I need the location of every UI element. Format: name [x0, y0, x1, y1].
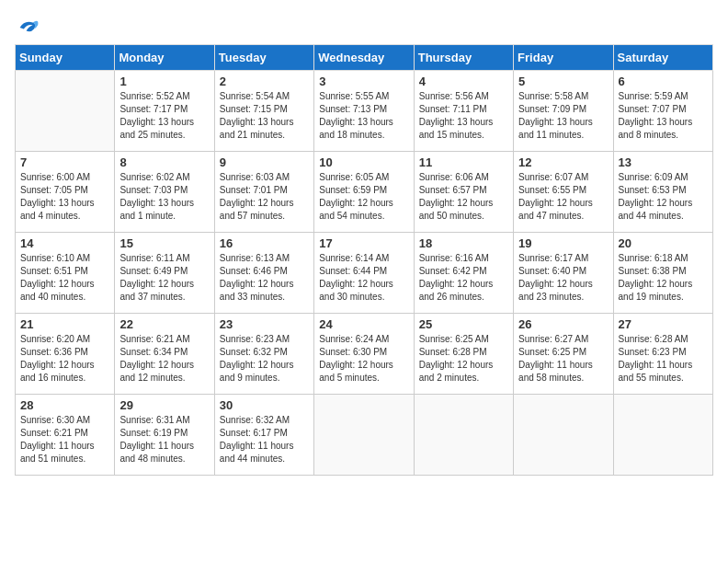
day-info: Sunrise: 6:21 AM Sunset: 6:34 PM Dayligh… — [119, 333, 209, 385]
day-info: Sunrise: 6:30 AM Sunset: 6:21 PM Dayligh… — [20, 414, 109, 465]
day-number: 1 — [119, 75, 209, 88]
day-number: 13 — [619, 155, 708, 169]
calendar-cell: 2Sunrise: 5:54 AM Sunset: 7:15 PM Daylig… — [214, 71, 313, 152]
weekday-header-tuesday: Tuesday — [214, 45, 313, 71]
calendar-cell: 16Sunrise: 6:13 AM Sunset: 6:46 PM Dayli… — [214, 233, 313, 314]
calendar-cell: 28Sunrise: 6:30 AM Sunset: 6:21 PM Dayli… — [16, 395, 115, 476]
day-info: Sunrise: 6:00 AM Sunset: 7:05 PM Dayligh… — [20, 171, 109, 223]
day-number: 16 — [220, 236, 309, 250]
day-info: Sunrise: 6:25 AM Sunset: 6:28 PM Dayligh… — [419, 333, 508, 385]
day-number: 26 — [518, 317, 608, 331]
day-number: 30 — [220, 398, 309, 412]
weekday-header-friday: Friday — [514, 45, 613, 71]
day-info: Sunrise: 6:18 AM Sunset: 6:38 PM Dayligh… — [619, 252, 708, 304]
calendar-cell: 22Sunrise: 6:21 AM Sunset: 6:34 PM Dayli… — [115, 314, 214, 395]
day-number: 9 — [220, 155, 309, 169]
day-info: Sunrise: 6:27 AM Sunset: 6:25 PM Dayligh… — [518, 333, 608, 385]
calendar-cell: 18Sunrise: 6:16 AM Sunset: 6:42 PM Dayli… — [414, 233, 513, 314]
calendar-cell: 23Sunrise: 6:23 AM Sunset: 6:32 PM Dayli… — [214, 314, 313, 395]
calendar-cell: 10Sunrise: 6:05 AM Sunset: 6:59 PM Dayli… — [314, 152, 414, 233]
day-info: Sunrise: 6:06 AM Sunset: 6:57 PM Dayligh… — [419, 171, 508, 223]
day-info: Sunrise: 6:07 AM Sunset: 6:55 PM Dayligh… — [518, 171, 608, 223]
day-info: Sunrise: 6:16 AM Sunset: 6:42 PM Dayligh… — [419, 252, 508, 304]
calendar-cell — [314, 395, 414, 476]
day-info: Sunrise: 5:58 AM Sunset: 7:09 PM Dayligh… — [518, 90, 608, 142]
day-number: 5 — [518, 75, 608, 88]
day-info: Sunrise: 6:23 AM Sunset: 6:32 PM Dayligh… — [220, 333, 309, 385]
day-number: 18 — [419, 236, 508, 250]
calendar-cell: 29Sunrise: 6:31 AM Sunset: 6:19 PM Dayli… — [115, 395, 214, 476]
day-info: Sunrise: 5:52 AM Sunset: 7:17 PM Dayligh… — [119, 90, 209, 142]
calendar-cell: 8Sunrise: 6:02 AM Sunset: 7:03 PM Daylig… — [115, 152, 214, 233]
day-info: Sunrise: 6:31 AM Sunset: 6:19 PM Dayligh… — [119, 414, 209, 465]
calendar-cell — [16, 71, 115, 152]
day-info: Sunrise: 6:10 AM Sunset: 6:51 PM Dayligh… — [20, 252, 109, 304]
calendar-week-row: 14Sunrise: 6:10 AM Sunset: 6:51 PM Dayli… — [16, 233, 713, 314]
calendar-cell: 17Sunrise: 6:14 AM Sunset: 6:44 PM Dayli… — [314, 233, 414, 314]
calendar-cell: 14Sunrise: 6:10 AM Sunset: 6:51 PM Dayli… — [16, 233, 115, 314]
day-number: 20 — [619, 236, 708, 250]
calendar-cell: 7Sunrise: 6:00 AM Sunset: 7:05 PM Daylig… — [16, 152, 115, 233]
calendar-cell: 15Sunrise: 6:11 AM Sunset: 6:49 PM Dayli… — [115, 233, 214, 314]
calendar-cell: 4Sunrise: 5:56 AM Sunset: 7:11 PM Daylig… — [414, 71, 513, 152]
day-info: Sunrise: 6:32 AM Sunset: 6:17 PM Dayligh… — [220, 414, 309, 465]
calendar-cell: 24Sunrise: 6:24 AM Sunset: 6:30 PM Dayli… — [314, 314, 414, 395]
calendar-cell: 3Sunrise: 5:55 AM Sunset: 7:13 PM Daylig… — [314, 71, 414, 152]
weekday-header-wednesday: Wednesday — [314, 45, 414, 71]
weekday-header-row: SundayMondayTuesdayWednesdayThursdayFrid… — [16, 45, 713, 71]
day-number: 27 — [619, 317, 708, 331]
day-number: 10 — [319, 155, 408, 169]
calendar-week-row: 28Sunrise: 6:30 AM Sunset: 6:21 PM Dayli… — [16, 395, 713, 476]
calendar-cell: 9Sunrise: 6:03 AM Sunset: 7:01 PM Daylig… — [214, 152, 313, 233]
day-number: 14 — [20, 236, 109, 250]
day-number: 24 — [319, 317, 408, 331]
calendar-cell: 12Sunrise: 6:07 AM Sunset: 6:55 PM Dayli… — [514, 152, 613, 233]
day-number: 17 — [319, 236, 408, 250]
day-number: 28 — [20, 398, 109, 412]
day-info: Sunrise: 6:05 AM Sunset: 6:59 PM Dayligh… — [319, 171, 408, 223]
day-info: Sunrise: 6:20 AM Sunset: 6:36 PM Dayligh… — [20, 333, 109, 385]
calendar-cell: 11Sunrise: 6:06 AM Sunset: 6:57 PM Dayli… — [414, 152, 513, 233]
calendar-week-row: 21Sunrise: 6:20 AM Sunset: 6:36 PM Dayli… — [16, 314, 713, 395]
calendar-table: SundayMondayTuesdayWednesdayThursdayFrid… — [15, 44, 713, 476]
calendar-cell: 13Sunrise: 6:09 AM Sunset: 6:53 PM Dayli… — [613, 152, 712, 233]
day-number: 29 — [119, 398, 209, 412]
day-number: 2 — [220, 75, 309, 88]
day-number: 7 — [20, 155, 109, 169]
day-number: 25 — [419, 317, 508, 331]
calendar-cell — [613, 395, 712, 476]
calendar-cell — [514, 395, 613, 476]
day-info: Sunrise: 6:02 AM Sunset: 7:03 PM Dayligh… — [119, 171, 209, 223]
day-number: 11 — [419, 155, 508, 169]
day-info: Sunrise: 6:17 AM Sunset: 6:40 PM Dayligh… — [518, 252, 608, 304]
day-number: 22 — [119, 317, 209, 331]
day-number: 23 — [220, 317, 309, 331]
calendar-week-row: 7Sunrise: 6:00 AM Sunset: 7:05 PM Daylig… — [16, 152, 713, 233]
day-info: Sunrise: 6:13 AM Sunset: 6:46 PM Dayligh… — [220, 252, 309, 304]
day-info: Sunrise: 6:28 AM Sunset: 6:23 PM Dayligh… — [619, 333, 708, 385]
calendar-cell: 19Sunrise: 6:17 AM Sunset: 6:40 PM Dayli… — [514, 233, 613, 314]
day-number: 21 — [20, 317, 109, 331]
weekday-header-saturday: Saturday — [613, 45, 712, 71]
calendar-cell: 21Sunrise: 6:20 AM Sunset: 6:36 PM Dayli… — [16, 314, 115, 395]
day-info: Sunrise: 6:09 AM Sunset: 6:53 PM Dayligh… — [619, 171, 708, 223]
calendar-cell: 6Sunrise: 5:59 AM Sunset: 7:07 PM Daylig… — [613, 71, 712, 152]
day-info: Sunrise: 6:14 AM Sunset: 6:44 PM Dayligh… — [319, 252, 408, 304]
calendar-cell: 25Sunrise: 6:25 AM Sunset: 6:28 PM Dayli… — [414, 314, 513, 395]
day-info: Sunrise: 5:59 AM Sunset: 7:07 PM Dayligh… — [619, 90, 708, 142]
calendar-cell: 26Sunrise: 6:27 AM Sunset: 6:25 PM Dayli… — [514, 314, 613, 395]
weekday-header-monday: Monday — [115, 45, 214, 71]
day-info: Sunrise: 6:24 AM Sunset: 6:30 PM Dayligh… — [319, 333, 408, 385]
day-info: Sunrise: 6:03 AM Sunset: 7:01 PM Dayligh… — [220, 171, 309, 223]
day-number: 19 — [518, 236, 608, 250]
day-info: Sunrise: 6:11 AM Sunset: 6:49 PM Dayligh… — [119, 252, 209, 304]
logo-icon — [15, 15, 40, 40]
day-number: 15 — [119, 236, 209, 250]
calendar-cell — [414, 395, 513, 476]
calendar-cell: 20Sunrise: 6:18 AM Sunset: 6:38 PM Dayli… — [613, 233, 712, 314]
calendar-cell: 5Sunrise: 5:58 AM Sunset: 7:09 PM Daylig… — [514, 71, 613, 152]
calendar-cell: 27Sunrise: 6:28 AM Sunset: 6:23 PM Dayli… — [613, 314, 712, 395]
day-number: 8 — [119, 155, 209, 169]
day-info: Sunrise: 5:54 AM Sunset: 7:15 PM Dayligh… — [220, 90, 309, 142]
logo — [15, 15, 44, 40]
